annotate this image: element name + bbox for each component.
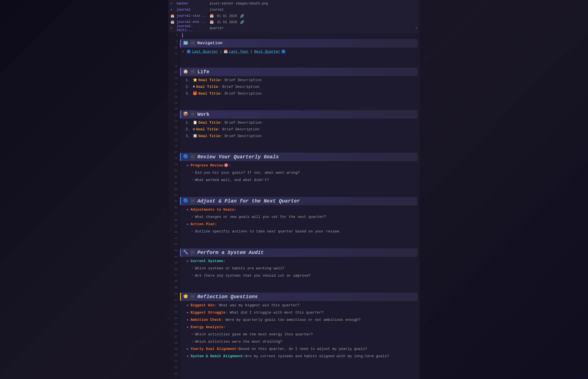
blank-line-3 (180, 97, 420, 103)
prop-journal-section[interactable]: ≡ journal-secti... quarter + (168, 25, 420, 31)
line-num-63: 63 (168, 371, 180, 377)
work-h1-label: H1 (190, 111, 196, 118)
blank-line-9 (180, 235, 420, 241)
reflection-biggest-struggle: ▸ Biggest Struggle : What did I struggle… (180, 309, 420, 316)
properties-panel: ≡ banner pixel-banner-images/death.png ≡… (168, 0, 420, 32)
prop-value-journal: journal (210, 8, 224, 12)
editor-main[interactable]: 🗺️ H3 Navigation ▸ 🔵 Last Quarter | 📅 La… (180, 32, 420, 379)
adjust-sub-2: ▸ Action Plan: (180, 221, 420, 228)
work-item-1-num: 1. (186, 120, 191, 126)
line-num-44: 44 (168, 254, 180, 260)
reflection-ambition-check: ▸ Ambition Check : Were my quarterly goa… (180, 316, 420, 324)
life-item-3: 3. 🎁 Goal Title : Brief Description (180, 90, 420, 97)
review-emoji: 🔵 (183, 154, 188, 160)
line-num-48: 48 (168, 278, 180, 284)
blank-line-12 (180, 286, 420, 292)
life-item-2-num: 2. (186, 84, 191, 90)
review-heading: 🔵 H1 Review Your Quarterly Goals (180, 153, 418, 161)
prop-icon-journal-start: 📅 (170, 14, 174, 18)
reflection-emoji: 🌟 (183, 294, 188, 300)
perform-nested-bullet-1: • (191, 265, 193, 272)
line-num-52: 52 (168, 303, 180, 309)
line-num-39: 39 (168, 223, 180, 229)
link-icon-2: 🔗 (240, 20, 244, 24)
reflection-label-4: Energy Analysis: (191, 324, 226, 330)
prop-banner[interactable]: ≡ banner pixel-banner-images/death.png (168, 1, 420, 7)
blank-line-8 (180, 190, 420, 196)
navigation-h3-label: H3 (190, 40, 196, 47)
last-year-link[interactable]: 📅 Last Year (224, 50, 248, 54)
line-num-25: 25 (168, 137, 180, 143)
line-num-60: 60 (168, 352, 180, 358)
line-num-40: 40 (168, 229, 180, 235)
line-num-31: 31 (168, 174, 180, 180)
review-nested-1: • Did you hit your goals? If not, what w… (180, 169, 420, 176)
work-emoji: 📦 (183, 111, 188, 117)
reflection-label-5: Yearly Goal Alignment: (191, 346, 239, 352)
line-num-58: 58 (168, 340, 180, 346)
line-num-14: 14 (168, 69, 180, 75)
work-heading: 📦 H1 Work (180, 110, 418, 119)
last-year-icon: 📅 (224, 50, 228, 54)
work-item-2-num: 2. (186, 126, 191, 133)
nav-sep-1: | (220, 50, 222, 54)
reflection-system-alignment: ▸ System & Habit Alignment: Are my curre… (180, 353, 420, 360)
life-item-1-emoji: ⭐ (193, 77, 197, 83)
prop-key-banner: banner (177, 2, 207, 6)
nav-arrow: ▸ (182, 49, 184, 54)
line-num-51: 51 (168, 297, 180, 303)
work-section-line: 📦 H1 Work (180, 109, 420, 119)
reflection-energy-1: • Which activities gave me the most ener… (180, 331, 420, 338)
line-num-15: 15 (168, 75, 180, 81)
life-item-2-emoji: ✖️ (193, 84, 195, 90)
nav-sep-2: | (250, 50, 252, 54)
line-num-47: 47 (168, 272, 180, 278)
blank-line-10 (180, 241, 420, 248)
prop-journal[interactable]: ≡ journal journal (168, 7, 420, 13)
life-item-3-num: 3. (186, 91, 191, 97)
review-progress-emoji: 🎯 (224, 163, 228, 169)
line-num-37: 37 (168, 211, 180, 217)
line-num-46: 46 (168, 266, 180, 272)
line-num-18: 18 (168, 94, 180, 100)
prop-value-banner: pixel-banner-images/death.png (210, 2, 268, 6)
reflection-bullet-1: ▸ (187, 302, 189, 309)
reflection-energy-text-2: Which activities were the most draining? (195, 339, 282, 345)
blank-line-5 (180, 140, 420, 146)
perform-heading: 🔧 H1 Perform a System Audit (180, 248, 418, 257)
life-item-3-goal: Goal Title (198, 91, 220, 97)
review-title: Review Your Quarterly Goals (197, 154, 279, 160)
line-num-23: 23 (168, 124, 180, 131)
reflection-text-3: : Were my quarterly goals too ambitious … (221, 317, 361, 323)
next-quarter-link[interactable]: Next Quarter 🔵 (254, 50, 286, 54)
perform-title: Perform a System Audit (197, 249, 264, 256)
work-item-2-goal: Goal Title (196, 126, 218, 133)
last-quarter-link[interactable]: 🔵 Last Quarter (187, 50, 218, 54)
navigation-section-line: 🗺️ H3 Navigation (180, 38, 420, 48)
line-num-28: 28 (168, 155, 180, 161)
blank-line-11 (180, 279, 420, 286)
adjust-h1-label: H1 (190, 198, 196, 204)
perform-nested-text-2: Are there any systems that you should cu… (195, 273, 310, 279)
reflection-heading: 🌟 H1 Reflection Questions (180, 293, 418, 301)
life-item-1-num: 1. (186, 77, 191, 83)
perform-emoji: 🔧 (183, 249, 188, 256)
life-item-2: 2. ✖️ Goal Title : Brief Description (180, 84, 420, 90)
line-num-10: 10 (168, 44, 180, 51)
adjust-nested-text-1: What changes or new goals will you set f… (195, 214, 326, 220)
prop-journal-start[interactable]: 📅 journal-star... 📅 01 01 2026 🔗 (168, 13, 420, 19)
review-sub-progress: ▸ Progress Review 🎯 : (180, 162, 420, 169)
reflection-text-5: Based on this quarter, do I need to adju… (238, 346, 367, 352)
reflection-h1-label: H1 (190, 293, 196, 300)
add-property-button[interactable]: + (415, 26, 418, 30)
line-num-17: 17 (168, 88, 180, 94)
reflection-energy-bullet-2: • (191, 339, 193, 345)
line-num-24: 24 (168, 131, 180, 137)
navigation-section-wrapper: 🗺️ H3 Navigation (180, 38, 420, 48)
reflection-label-3: Ambition Check (191, 317, 221, 323)
reflection-energy-analysis: ▸ Energy Analysis: (180, 324, 420, 331)
cursor-line (180, 32, 420, 38)
work-item-2-emoji: ⚙️ (193, 126, 195, 133)
reflection-bullet-4: ▸ (187, 324, 189, 330)
line-num-64: 64 (168, 377, 180, 379)
